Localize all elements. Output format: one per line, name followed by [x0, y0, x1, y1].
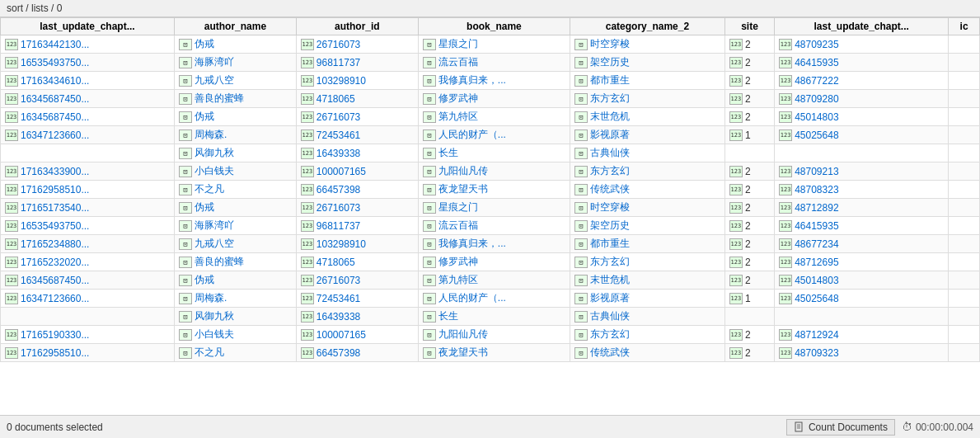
cell-value[interactable]: 小白钱夫 [195, 164, 234, 178]
cell-value[interactable]: 48709280 [795, 93, 838, 105]
table-row[interactable]: 12317162958510...⊡不之凡12366457398⊡夜龙望天书⊡传… [1, 344, 980, 362]
cell-value[interactable]: 100007165 [317, 166, 366, 177]
cell-value[interactable]: 45025648 [795, 130, 838, 141]
cell-value[interactable]: 古典仙侠 [590, 309, 630, 323]
cell-value[interactable]: 影视原著 [590, 291, 630, 305]
cell-value[interactable]: 46415935 [795, 57, 838, 68]
cell-value[interactable]: 星痕之门 [438, 37, 478, 51]
cell-value[interactable]: 45014803 [795, 111, 838, 123]
cell-value[interactable]: 第九特区 [438, 110, 478, 124]
table-row[interactable]: ⊡风御九秋12316439338⊡长生⊡古典仙侠 [1, 308, 980, 326]
col-header-category_name_2[interactable]: category_name_2 [570, 18, 724, 35]
cell-value[interactable]: 17162958510... [21, 184, 89, 195]
cell-value[interactable]: 16347123660... [21, 130, 89, 141]
col-header-last_update_chpt[interactable]: last_update_chapt... [1, 18, 175, 35]
col-header-author_id[interactable]: author_id [296, 18, 418, 35]
table-row[interactable]: 12317162958510...⊡不之凡12366457398⊡夜龙望天书⊡传… [1, 181, 980, 199]
table-row[interactable]: 12316345687450...⊡伪戒12326716073⊡第九特区⊡末世危… [1, 108, 980, 126]
cell-value[interactable]: 都市重生 [590, 237, 630, 251]
cell-value[interactable]: 26716073 [317, 202, 360, 214]
cell-value[interactable]: 16345687450... [21, 93, 89, 105]
cell-value[interactable]: 东方玄幻 [590, 92, 630, 106]
cell-value[interactable]: 末世危机 [590, 273, 630, 287]
cell-value[interactable]: 17165232020... [21, 257, 89, 268]
cell-value[interactable]: 17163434610... [21, 75, 89, 87]
table-row[interactable]: 12316535493750...⊡海豚湾吖12396811737⊡流云百福⊡架… [1, 54, 980, 72]
cell-value[interactable]: 时空穿梭 [590, 37, 630, 51]
cell-value[interactable]: 96811737 [317, 220, 360, 232]
col-header-author_name[interactable]: author_name [174, 18, 296, 35]
cell-value[interactable]: 星痕之门 [438, 200, 478, 214]
table-row[interactable]: 12317165190330...⊡小白钱夫123100007165⊡九阳仙凡传… [1, 326, 980, 344]
cell-value[interactable]: 人民的财产（... [438, 291, 506, 305]
cell-value[interactable]: 17163433900... [21, 166, 89, 177]
cell-value[interactable]: 伪戒 [195, 37, 214, 51]
table-row[interactable]: 12317163433900...⊡小白钱夫123100007165⊡九阳仙凡传… [1, 162, 980, 181]
cell-value[interactable]: 人民的财产（... [438, 128, 506, 142]
cell-value[interactable]: 16345687450... [21, 111, 89, 123]
cell-value[interactable]: 流云百福 [438, 55, 478, 69]
cell-value[interactable]: 48709213 [795, 166, 838, 177]
cell-value[interactable]: 海豚湾吖 [195, 55, 234, 69]
cell-value[interactable]: 100007165 [317, 329, 366, 341]
cell-value[interactable]: 长生 [438, 309, 458, 323]
cell-value[interactable]: 48712892 [795, 202, 838, 214]
cell-value[interactable]: 26716073 [317, 275, 360, 286]
cell-value[interactable]: 16535493750... [21, 57, 89, 68]
cell-value[interactable]: 第九特区 [438, 273, 478, 287]
cell-value[interactable]: 16439338 [317, 311, 360, 323]
cell-value[interactable]: 东方玄幻 [590, 164, 630, 178]
cell-value[interactable]: 16345687450... [21, 275, 89, 286]
cell-value[interactable]: 善良的蜜蜂 [195, 92, 244, 106]
cell-value[interactable]: 46415935 [795, 220, 838, 232]
cell-value[interactable]: 不之凡 [195, 346, 224, 360]
cell-value[interactable]: 17165173540... [21, 202, 89, 214]
cell-value[interactable]: 伪戒 [195, 273, 214, 287]
cell-value[interactable]: 修罗武神 [438, 255, 478, 269]
table-row[interactable]: 12317163442130...⊡伪戒12326716073⊡星痕之门⊡时空穿… [1, 35, 980, 54]
cell-value[interactable]: 96811737 [317, 57, 360, 68]
cell-value[interactable]: 26716073 [317, 39, 360, 50]
cell-value[interactable]: 我修真归来，... [438, 237, 506, 251]
cell-value[interactable]: 时空穿梭 [590, 200, 630, 214]
cell-value[interactable]: 九阳仙凡传 [438, 164, 488, 178]
cell-value[interactable]: 16347123660... [21, 293, 89, 304]
table-row[interactable]: 12316345687450...⊡伪戒12326716073⊡第九特区⊡末世危… [1, 271, 980, 290]
cell-value[interactable]: 架空历史 [590, 219, 630, 233]
cell-value[interactable]: 传统武侠 [590, 182, 630, 196]
cell-value[interactable]: 48712924 [795, 329, 838, 341]
cell-value[interactable]: 16439338 [317, 148, 360, 159]
table-row[interactable]: 12317165173540...⊡伪戒12326716073⊡星痕之门⊡时空穿… [1, 199, 980, 217]
cell-value[interactable]: 都市重生 [590, 73, 630, 87]
cell-value[interactable]: 72453461 [317, 130, 360, 141]
col-header-ic[interactable]: ic [949, 18, 980, 35]
col-header-book_name[interactable]: book_name [418, 18, 570, 35]
cell-value[interactable]: 17165190330... [21, 329, 89, 341]
cell-value[interactable]: 夜龙望天书 [438, 182, 488, 196]
count-documents-button[interactable]: Count Documents [786, 419, 895, 436]
table-row[interactable]: 12316347123660...⊡周梅森.12372453461⊡人民的财产（… [1, 126, 980, 144]
table-row[interactable]: 12317165234880...⊡九戒八空123103298910⊡我修真归来… [1, 235, 980, 253]
cell-value[interactable]: 传统武侠 [590, 346, 630, 360]
cell-value[interactable]: 古典仙侠 [590, 146, 630, 160]
cell-value[interactable]: 九戒八空 [195, 73, 234, 87]
cell-value[interactable]: 周梅森. [195, 291, 227, 305]
table-row[interactable]: ⊡风御九秋12316439338⊡长生⊡古典仙侠 [1, 144, 980, 162]
cell-value[interactable]: 善良的蜜蜂 [195, 255, 244, 269]
cell-value[interactable]: 16535493750... [21, 220, 89, 232]
cell-value[interactable]: 4718065 [317, 93, 355, 105]
cell-value[interactable]: 我修真归来，... [438, 73, 506, 87]
cell-value[interactable]: 48677222 [795, 75, 838, 87]
table-row[interactable]: 12316347123660...⊡周梅森.12372453461⊡人民的财产（… [1, 290, 980, 308]
cell-value[interactable]: 伪戒 [195, 200, 214, 214]
cell-value[interactable]: 48677234 [795, 238, 838, 250]
cell-value[interactable]: 伪戒 [195, 110, 214, 124]
cell-value[interactable]: 17162958510... [21, 347, 89, 359]
table-row[interactable]: 12316535493750...⊡海豚湾吖12396811737⊡流云百福⊡架… [1, 217, 980, 235]
cell-value[interactable]: 架空历史 [590, 55, 630, 69]
cell-value[interactable]: 48709235 [795, 39, 838, 50]
cell-value[interactable]: 影视原著 [590, 128, 630, 142]
table-row[interactable]: 12317165232020...⊡善良的蜜蜂1234718065⊡修罗武神⊡东… [1, 253, 980, 271]
cell-value[interactable]: 66457398 [317, 347, 360, 359]
cell-value[interactable]: 72453461 [317, 293, 360, 304]
